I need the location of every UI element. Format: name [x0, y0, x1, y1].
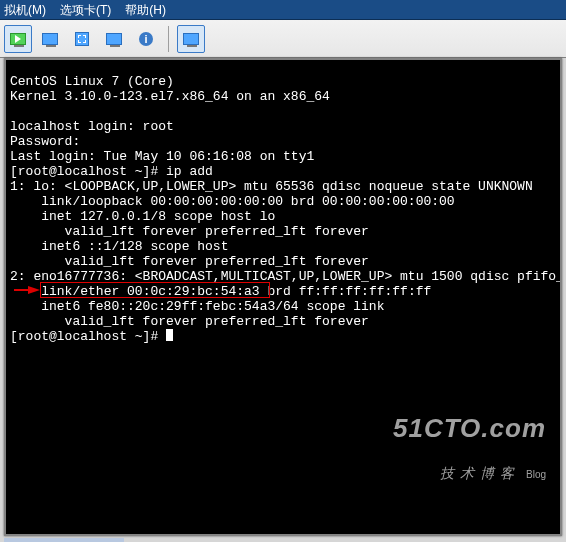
term-line: valid_lft forever preferred_lft forever — [10, 224, 369, 239]
toolbar-unity-button[interactable] — [177, 25, 205, 53]
term-line: inet6 ::1/128 scope host — [10, 239, 228, 254]
term-line: Last login: Tue May 10 06:16:08 on tty1 — [10, 149, 314, 164]
toolbar-monitor2-button[interactable] — [68, 25, 96, 53]
term-line: valid_lft forever preferred_lft forever — [10, 314, 369, 329]
toolbar-separator — [168, 26, 169, 52]
terminal-output: CentOS Linux 7 (Core) Kernel 3.10.0-123.… — [6, 60, 560, 534]
toolbar: i — [0, 20, 566, 58]
term-line: 1: lo: <LOOPBACK,UP,LOWER_UP> mtu 65536 … — [10, 179, 533, 194]
watermark-main: 51CTO.com — [393, 421, 546, 436]
toolbar-play-button[interactable] — [4, 25, 32, 53]
play-icon — [10, 33, 26, 45]
monitor-icon — [42, 33, 58, 45]
watermark: 51CTO.com 技术博客Blog — [393, 391, 546, 512]
term-line: valid_lft forever preferred_lft forever — [10, 254, 369, 269]
watermark-sub: 技术博客 — [440, 465, 520, 481]
term-prompt: [root@localhost ~]# — [10, 329, 166, 344]
term-line: localhost login: root — [10, 119, 174, 134]
arrow-icon — [28, 286, 40, 294]
term-line: inet6 fe80::20c:29ff:febc:54a3/64 scope … — [10, 299, 384, 314]
menu-help[interactable]: 帮助(H) — [125, 0, 166, 19]
fullscreen-icon — [106, 33, 122, 45]
watermark-blog: Blog — [526, 469, 546, 480]
term-line: Kernel 3.10.0-123.el7.x86_64 on an x86_6… — [10, 89, 330, 104]
cursor — [166, 329, 173, 341]
info-icon: i — [139, 32, 153, 46]
menu-vm[interactable]: 拟机(M) — [4, 0, 46, 19]
menubar: 拟机(M) 选项卡(T) 帮助(H) — [0, 0, 566, 20]
term-line: [root@localhost ~]# ip add — [10, 164, 213, 179]
term-line: CentOS Linux 7 (Core) — [10, 74, 174, 89]
terminal-window[interactable]: CentOS Linux 7 (Core) Kernel 3.10.0-123.… — [4, 58, 562, 536]
term-line: inet 127.0.0.1/8 scope host lo — [10, 209, 275, 224]
toolbar-fullscreen-button[interactable] — [100, 25, 128, 53]
mac-highlight-box — [40, 282, 270, 298]
bottom-tab — [4, 538, 124, 542]
toolbar-monitor1-button[interactable] — [36, 25, 64, 53]
term-line: link/loopback 00:00:00:00:00:00 brd 00:0… — [10, 194, 455, 209]
term-line: brd ff:ff:ff:ff:ff:ff — [267, 284, 431, 299]
menu-tabs[interactable]: 选项卡(T) — [60, 0, 111, 19]
toolbar-info-button[interactable]: i — [132, 25, 160, 53]
term-line: Password: — [10, 134, 80, 149]
snapshot-icon — [75, 32, 89, 46]
unity-icon — [183, 33, 199, 45]
